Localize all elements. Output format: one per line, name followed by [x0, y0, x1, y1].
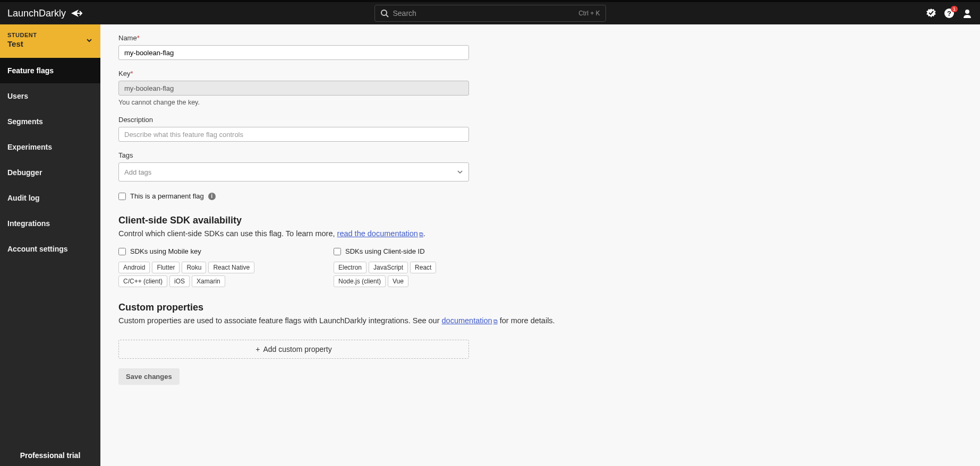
- external-link-icon: ⧉: [493, 318, 498, 324]
- sdk-tag: Electron: [334, 262, 367, 273]
- sdk-mobile-checkbox[interactable]: [118, 248, 126, 255]
- logo-arrow-icon: [70, 8, 83, 18]
- key-label: Key*: [118, 70, 469, 77]
- layout: STUDENT Test Feature flags Users Segment…: [0, 24, 980, 466]
- svg-line-1: [386, 15, 388, 17]
- permanent-flag-label: This is a permanent flag: [130, 192, 204, 200]
- custom-props-desc: Custom properties are used to associate …: [118, 316, 962, 325]
- add-custom-property-button[interactable]: + Add custom property: [118, 340, 469, 359]
- sdk-tag: Flutter: [152, 262, 180, 273]
- help-button[interactable]: ? 1: [944, 8, 955, 19]
- help-badge: 1: [951, 6, 958, 12]
- logo[interactable]: LaunchDarkly: [7, 8, 83, 19]
- sidebar-item-account-settings[interactable]: Account settings: [0, 236, 100, 262]
- add-custom-property-label: Add custom property: [263, 345, 332, 353]
- project-switcher[interactable]: STUDENT Test: [0, 24, 100, 58]
- tags-group: Tags Add tags: [118, 151, 469, 182]
- svg-point-4: [965, 10, 969, 14]
- sdk-tag: Roku: [182, 262, 206, 273]
- sdk-mobile-tags: Android Flutter Roku React Native C/C++ …: [118, 262, 275, 287]
- sdk-client-checkbox[interactable]: [334, 248, 341, 255]
- sdk-tag: React Native: [208, 262, 254, 273]
- name-group: Name*: [118, 34, 469, 60]
- tags-input[interactable]: Add tags: [118, 162, 469, 182]
- sdk-tag: React: [410, 262, 436, 273]
- info-icon[interactable]: i: [208, 193, 216, 200]
- save-button[interactable]: Save changes: [118, 368, 180, 385]
- permanent-flag-row: This is a permanent flag i: [118, 192, 962, 200]
- permanent-flag-checkbox[interactable]: [118, 193, 126, 200]
- custom-props-doc-link[interactable]: documentation⧉: [442, 316, 498, 325]
- sdk-tag: iOS: [169, 275, 190, 287]
- tags-placeholder: Add tags: [124, 168, 151, 176]
- sidebar-item-segments[interactable]: Segments: [0, 109, 100, 134]
- sdk-client-column: SDKs using Client-side ID Electron JavaS…: [334, 247, 490, 287]
- notifications-button[interactable]: [926, 8, 936, 19]
- sdk-section-desc: Control which client-side SDKs can use t…: [118, 229, 962, 238]
- sdk-tag: JavaScript: [369, 262, 408, 273]
- sidebar-item-feature-flags[interactable]: Feature flags: [0, 58, 100, 83]
- key-help-text: You cannot change the key.: [118, 99, 469, 106]
- plus-icon: +: [255, 345, 260, 353]
- name-label: Name*: [118, 34, 469, 42]
- svg-text:?: ?: [947, 10, 951, 18]
- svg-point-0: [381, 10, 387, 15]
- sidebar-item-audit-log[interactable]: Audit log: [0, 185, 100, 211]
- top-bar: LaunchDarkly Ctrl + K ? 1: [0, 0, 980, 24]
- sidebar-item-debugger[interactable]: Debugger: [0, 160, 100, 185]
- sdk-tag: C/C++ (client): [118, 275, 167, 287]
- name-input[interactable]: [118, 45, 469, 60]
- key-group: Key* You cannot change the key.: [118, 70, 469, 106]
- search-box[interactable]: Ctrl + K: [374, 5, 606, 22]
- logo-text: LaunchDarkly: [7, 8, 66, 19]
- search-input[interactable]: [393, 9, 579, 18]
- main-content: Name* Key* You cannot change the key. De…: [100, 24, 980, 466]
- sdk-columns: SDKs using Mobile key Android Flutter Ro…: [118, 247, 490, 287]
- sidebar-item-users[interactable]: Users: [0, 83, 100, 109]
- description-input[interactable]: [118, 127, 469, 142]
- sidebar: STUDENT Test Feature flags Users Segment…: [0, 24, 100, 466]
- chevron-down-icon: [86, 37, 93, 44]
- sdk-tag: Xamarin: [192, 275, 225, 287]
- person-icon: [962, 8, 973, 19]
- sdk-section-title: Client-side SDK availability: [118, 215, 962, 226]
- sdk-mobile-column: SDKs using Mobile key Android Flutter Ro…: [118, 247, 275, 287]
- search-icon: [380, 9, 389, 18]
- topbar-right: ? 1: [926, 8, 973, 19]
- project-label: STUDENT: [7, 32, 37, 38]
- chevron-down-icon: [457, 169, 463, 175]
- sidebar-item-integrations[interactable]: Integrations: [0, 211, 100, 236]
- project-name: Test: [7, 39, 37, 48]
- sidebar-footer[interactable]: Professional trial: [0, 445, 100, 466]
- sdk-doc-link[interactable]: read the documentation⧉: [337, 229, 423, 238]
- custom-props-title: Custom properties: [118, 302, 962, 313]
- description-label: Description: [118, 116, 469, 124]
- search-shortcut: Ctrl + K: [578, 10, 600, 17]
- sdk-tag: Android: [118, 262, 150, 273]
- verified-icon: [926, 8, 936, 19]
- external-link-icon: ⧉: [419, 231, 423, 237]
- sdk-client-tags: Electron JavaScript React Node.js (clien…: [334, 262, 490, 287]
- tags-label: Tags: [118, 151, 469, 159]
- user-menu-button[interactable]: [962, 8, 973, 19]
- sdk-mobile-label: SDKs using Mobile key: [130, 247, 201, 255]
- search-container: Ctrl + K: [374, 5, 606, 22]
- sdk-tag: Vue: [388, 275, 408, 287]
- description-group: Description: [118, 116, 469, 142]
- key-input: [118, 81, 469, 96]
- sdk-client-label: SDKs using Client-side ID: [345, 247, 425, 255]
- sdk-tag: Node.js (client): [334, 275, 386, 287]
- sidebar-item-experiments[interactable]: Experiments: [0, 134, 100, 160]
